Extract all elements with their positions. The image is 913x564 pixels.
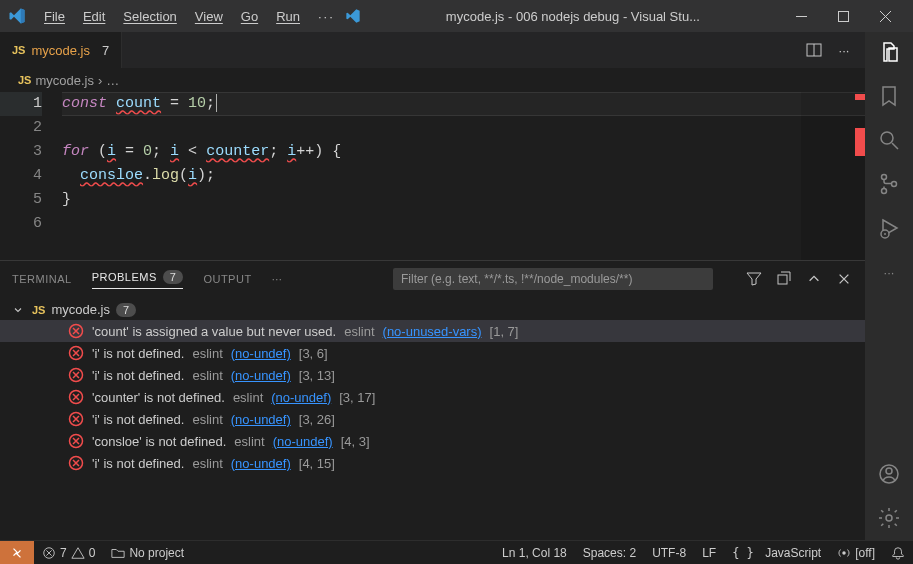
split-editor-icon[interactable] (805, 41, 823, 59)
tab-more-icon[interactable]: ··· (835, 41, 853, 59)
problem-message: 'i' is not defined. (92, 412, 184, 427)
tab-terminal[interactable]: TERMINAL (12, 273, 72, 285)
error-icon (68, 411, 84, 427)
svg-point-23 (842, 551, 846, 555)
breadcrumb[interactable]: JS mycode.js › … (0, 68, 865, 92)
problem-row[interactable]: 'count' is assigned a value but never us… (0, 320, 865, 342)
breadcrumb-overflow: … (106, 73, 119, 88)
problem-rule-link[interactable]: (no-unused-vars) (383, 324, 482, 339)
svg-point-18 (884, 233, 886, 235)
close-panel-icon[interactable] (835, 270, 853, 288)
problem-location: [1, 7] (490, 324, 519, 339)
problems-list[interactable]: JS mycode.js 7 'count' is assigned a val… (0, 297, 865, 540)
problem-row[interactable]: 'counter' is not defined. eslint(no-unde… (0, 386, 865, 408)
settings-gear-icon[interactable] (877, 506, 901, 530)
status-language[interactable]: { } JavaScript (724, 546, 829, 560)
problem-rule-link[interactable]: (no-undef) (271, 390, 331, 405)
svg-point-21 (886, 515, 892, 521)
panel-tabs: TERMINAL PROBLEMS 7 OUTPUT ··· (0, 261, 865, 297)
code-line-5[interactable]: } (62, 188, 865, 212)
panel-overflow[interactable]: ··· (272, 273, 283, 285)
problem-rule-link[interactable]: (no-undef) (231, 456, 291, 471)
problems-file-row[interactable]: JS mycode.js 7 (0, 299, 865, 320)
collapse-all-icon[interactable] (775, 270, 793, 288)
problem-location: [3, 6] (299, 346, 328, 361)
warning-icon (71, 546, 85, 560)
menu-overflow[interactable]: ··· (310, 5, 343, 28)
remote-button[interactable] (0, 541, 34, 565)
run-debug-icon[interactable] (877, 216, 901, 240)
status-cursor-position[interactable]: Ln 1, Col 18 (494, 546, 575, 560)
menu-edit[interactable]: Edit (75, 5, 113, 28)
error-icon (68, 345, 84, 361)
breadcrumb-file: mycode.js (35, 73, 94, 88)
code-line-4[interactable]: consloe.log(i); (62, 164, 865, 188)
status-eol[interactable]: LF (694, 546, 724, 560)
title-bar: File Edit Selection View Go Run ··· myco… (0, 0, 913, 32)
editor-tabs: JS mycode.js 7 ··· (0, 32, 865, 68)
menu-view[interactable]: View (187, 5, 231, 28)
tab-problems[interactable]: PROBLEMS 7 (92, 270, 184, 289)
svg-point-14 (882, 175, 887, 180)
status-problems[interactable]: 7 0 (34, 546, 103, 560)
source-control-icon[interactable] (877, 172, 901, 196)
minimap[interactable] (801, 92, 865, 260)
accounts-icon[interactable] (877, 462, 901, 486)
problems-file-name: mycode.js (51, 302, 110, 317)
problem-row[interactable]: 'i' is not defined. eslint(no-undef) [3,… (0, 342, 865, 364)
tab-output[interactable]: OUTPUT (203, 273, 251, 285)
problem-row[interactable]: 'consloe' is not defined. eslint(no-unde… (0, 430, 865, 452)
code-editor[interactable]: 123456 const count = 10; for (i = 0; i <… (0, 92, 865, 260)
vscode-logo-icon (8, 7, 26, 25)
problem-location: [4, 3] (341, 434, 370, 449)
problem-row[interactable]: 'i' is not defined. eslint(no-undef) [3,… (0, 364, 865, 386)
code-line-2[interactable] (62, 116, 865, 140)
activity-bar: ··· (865, 32, 913, 540)
problem-message: 'count' is assigned a value but never us… (92, 324, 336, 339)
problem-rule-link[interactable]: (no-undef) (273, 434, 333, 449)
code-line-6[interactable] (62, 212, 865, 236)
menu-file[interactable]: File (36, 5, 73, 28)
problems-filter-input[interactable] (393, 268, 713, 290)
minimap-error-marker (855, 94, 865, 100)
problem-row[interactable]: 'i' is not defined. eslint(no-undef) [3,… (0, 408, 865, 430)
js-file-icon: JS (12, 44, 25, 56)
code-line-3[interactable]: for (i = 0; i < counter; i++) { (62, 140, 865, 164)
maximize-button[interactable] (823, 0, 863, 32)
chevron-up-icon[interactable] (805, 270, 823, 288)
status-project[interactable]: No project (103, 546, 192, 560)
menu-run[interactable]: Run (268, 5, 308, 28)
js-file-icon: JS (32, 304, 45, 316)
svg-line-13 (892, 143, 898, 149)
code-line-1[interactable]: const count = 10; (62, 92, 865, 116)
tab-label: mycode.js (31, 43, 90, 58)
problem-row[interactable]: 'i' is not defined. eslint(no-undef) [4,… (0, 452, 865, 474)
filter-icon[interactable] (745, 270, 763, 288)
tab-mycode[interactable]: JS mycode.js 7 (0, 32, 122, 68)
close-button[interactable] (865, 0, 905, 32)
problem-location: [3, 17] (339, 390, 375, 405)
problem-rule-link[interactable]: (no-undef) (231, 346, 291, 361)
menu-go[interactable]: Go (233, 5, 266, 28)
status-encoding[interactable]: UTF-8 (644, 546, 694, 560)
status-indentation[interactable]: Spaces: 2 (575, 546, 644, 560)
problem-message: 'consloe' is not defined. (92, 434, 226, 449)
minimap-error-marker (855, 128, 865, 156)
folder-icon (111, 546, 125, 560)
search-icon[interactable] (877, 128, 901, 152)
tab-problem-count: 7 (102, 43, 109, 58)
window-title: mycode.js - 006 nodejs debug - Visual St… (367, 9, 779, 24)
bookmark-icon[interactable] (877, 84, 901, 108)
problem-location: [4, 15] (299, 456, 335, 471)
minimize-button[interactable] (781, 0, 821, 32)
problem-rule-link[interactable]: (no-undef) (231, 368, 291, 383)
more-icon[interactable]: ··· (877, 260, 901, 284)
status-preview[interactable]: [off] (829, 546, 883, 560)
problem-rule-link[interactable]: (no-undef) (231, 412, 291, 427)
svg-point-20 (886, 468, 892, 474)
menu-selection[interactable]: Selection (115, 5, 184, 28)
files-icon[interactable] (877, 40, 901, 64)
problems-count-badge: 7 (163, 270, 184, 284)
error-icon (68, 433, 84, 449)
status-notifications[interactable] (883, 546, 913, 560)
